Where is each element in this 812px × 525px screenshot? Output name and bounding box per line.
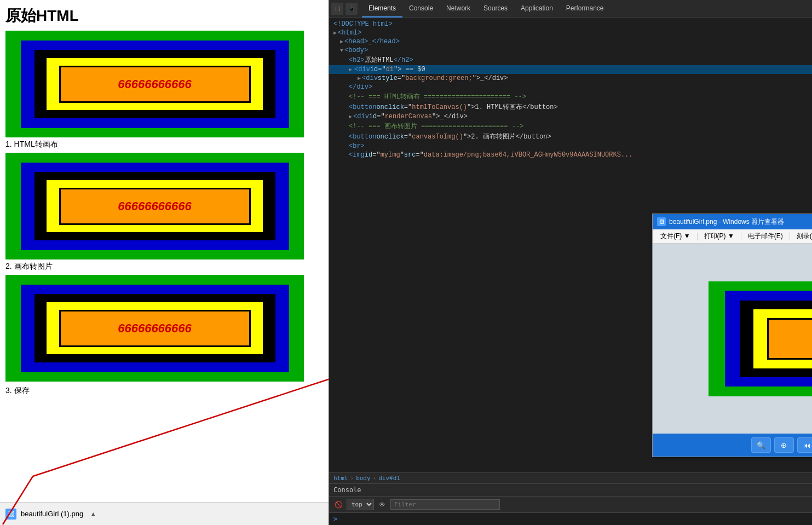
window-title: beautifulGirl.png - Windows 照片查看器 [669,217,812,227]
box-black-2: 66666666666 [34,172,275,240]
box-text-3: 66666666666 [118,321,192,336]
html-line-div-d1[interactable]: ▶ <div id =" d1 "> == $0 [329,65,812,74]
file-icon-glyph: 🖼 [8,511,14,517]
download-file-icon: 🖼 [5,509,16,520]
console-eye-btn[interactable]: 👁 [377,500,387,510]
img-section: 66666666666 [5,275,323,382]
console-block-btn[interactable]: 🚫 [333,500,343,510]
box-black-1: 66666666666 [34,50,275,118]
devtools-tab-bar: ⬚ 📱 Elements Console Network Sources App… [329,0,812,18]
section-label-3: 3. 保存 [5,384,323,398]
tab-performance[interactable]: Performance [560,0,611,18]
box-yellow-2: 66666666666 [47,180,263,232]
html-line-html[interactable]: ▶ <html> [329,28,812,37]
html-line-comment1[interactable]: <!-- === HTML转画布 ====================== … [329,91,812,102]
html-line-comment2[interactable]: <!-- === 画布转图片 ====================== --… [329,121,812,131]
photo-viewer-content: 66666666666 [653,244,812,434]
pv-box-yellow: 66666666666 [753,309,812,368]
devtools-inspect-icon[interactable]: ⬚ [331,3,343,15]
devtools-icon-buttons: ⬚ 📱 [331,3,358,15]
tab-elements[interactable]: Elements [362,0,402,18]
html-line-body-open[interactable]: ▼ <body> [329,46,812,55]
menu-email[interactable]: 电子邮件(E) [744,230,787,242]
menu-burn[interactable]: 刻录(U) ▼ [792,230,812,242]
statusbar-search-btn[interactable]: 🔍 [751,437,771,453]
box-black-3: 66666666666 [34,294,275,362]
html-line-div-close[interactable]: </div> [329,83,812,91]
download-bar: 🖼 beautifulGirl (1).png ▲ [0,502,329,525]
html-line-h2[interactable]: <h2> 原始HTML </h2> [329,55,812,65]
html-line-head[interactable]: ▶ <head> _ </head> [329,37,812,46]
box-green-2: 66666666666 [5,153,304,259]
console-toolbar: 🚫 top 👁 [329,497,812,513]
console-context-selector[interactable]: top [347,499,374,510]
box-orange-3: 66666666666 [59,310,251,347]
tab-network[interactable]: Network [440,0,477,18]
box-text-1: 66666666666 [118,77,192,91]
html-line-img[interactable]: <img id =" myImg " src =" data:image/png… [329,151,812,159]
box-yellow-3: 66666666666 [47,302,263,354]
pv-box-green: 66666666666 [709,281,813,396]
box-text-2: 66666666666 [118,199,192,214]
breadcrumb-div-d1[interactable]: div#d1 [378,475,400,482]
section-label-1: 1. HTML转画布 [5,140,323,149]
console-header-label: Console [329,484,812,497]
download-chevron[interactable]: ▲ [90,510,96,518]
box-green-3: 66666666666 [5,275,304,382]
html-line-btn2[interactable]: <button onclick =" canvasToImg() ">2. 画布… [329,131,812,142]
box-orange-2: 66666666666 [59,188,251,225]
console-filter-input[interactable] [390,499,500,510]
tab-console[interactable]: Console [402,0,440,18]
box-yellow-1: 66666666666 [47,58,263,110]
statusbar-prev-btn[interactable]: ⏮ [797,437,813,453]
tab-application[interactable]: Application [514,0,560,18]
html-line-btn1[interactable]: <button onclick =" htmlToCanvas() ">1. H… [329,102,812,112]
html-line-br[interactable]: <br> [329,142,812,151]
box-blue-1: 66666666666 [21,41,289,128]
pv-box-blue: 66666666666 [725,291,813,386]
menu-file[interactable]: 文件(F) ▼ [656,230,695,242]
download-filename: beautifulGirl (1).png [21,510,83,518]
breadcrumb-html[interactable]: html [333,475,348,482]
html-line-rendercanvas[interactable]: ▶ <div id =" renderCanvas ">_</div> [329,112,812,121]
window-statusbar: 🔍 ⊕ ⏮ ◀ ▶ ▶ ⏭ ↺ ↻ ✕ [653,434,812,457]
devtools-device-icon[interactable]: 📱 [345,3,358,15]
elements-breadcrumb: html › body › div#d1 [329,472,812,483]
box-blue-3: 66666666666 [21,285,289,372]
window-app-icon: 🖼 [657,217,666,226]
original-html-section: 66666666666 [5,31,323,137]
box-green-1: 66666666666 [5,31,304,137]
window-menubar: 文件(F) ▼ 打印(P) ▼ 电子邮件(E) 刻录(U) ▼ 打开(O) ▼ … [653,229,812,244]
breadcrumb-body[interactable]: body [356,475,371,482]
html-line-doctype[interactable]: <!DOCTYPE html> [329,20,812,28]
pv-box-black: 66666666666 [740,301,812,377]
canvas-section: 66666666666 [5,153,323,259]
console-section: Console 🚫 top 👁 > [329,483,812,525]
photo-viewer-window: 🖼 beautifulGirl.png - Windows 照片查看器 ─ □ … [652,214,812,457]
left-panel: 原始HTML 66666666666 1. HTML转画布 [0,0,329,525]
pv-box-orange: 66666666666 [767,318,812,360]
section-label-2: 2. 画布转图片 [5,262,323,272]
box-orange-1: 66666666666 [59,66,251,103]
devtools-panel: ⬚ 📱 Elements Console Network Sources App… [329,0,812,525]
page-title: 原始HTML [5,5,323,26]
statusbar-zoom-btn[interactable]: ⊕ [774,437,794,453]
console-prompt: > [329,513,812,525]
tab-sources[interactable]: Sources [477,0,514,18]
window-titlebar: 🖼 beautifulGirl.png - Windows 照片查看器 ─ □ … [653,214,812,229]
html-line-div-green[interactable]: ▶ <div style =" background:green; ">_</d… [329,74,812,83]
box-blue-2: 66666666666 [21,163,289,250]
menu-print[interactable]: 打印(P) ▼ [700,230,739,242]
